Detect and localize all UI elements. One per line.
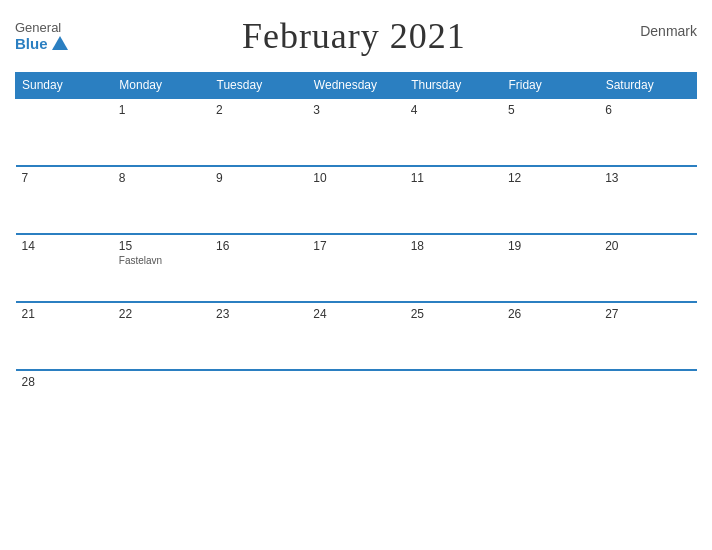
- calendar-title: February 2021: [242, 15, 466, 57]
- logo-general-text: General: [15, 20, 61, 35]
- week-row-2: 78910111213: [16, 166, 697, 234]
- days-of-week-row: Sunday Monday Tuesday Wednesday Thursday…: [16, 73, 697, 99]
- day-number: 21: [22, 307, 107, 321]
- week-row-3: 1415Fastelavn1617181920: [16, 234, 697, 302]
- table-cell: [502, 370, 599, 438]
- table-cell: 6: [599, 98, 696, 166]
- day-number: 4: [411, 103, 496, 117]
- table-cell: [599, 370, 696, 438]
- table-cell: 16: [210, 234, 307, 302]
- day-number: 20: [605, 239, 690, 253]
- day-number: 1: [119, 103, 204, 117]
- day-number: 11: [411, 171, 496, 185]
- day-number: 13: [605, 171, 690, 185]
- table-cell: 13: [599, 166, 696, 234]
- table-cell: [16, 98, 113, 166]
- logo-triangle-icon: [52, 36, 68, 50]
- day-number: 24: [313, 307, 398, 321]
- table-cell: 8: [113, 166, 210, 234]
- table-cell: 5: [502, 98, 599, 166]
- table-cell: 3: [307, 98, 404, 166]
- table-cell: 17: [307, 234, 404, 302]
- table-cell: 14: [16, 234, 113, 302]
- logo-blue-text: Blue: [15, 35, 48, 52]
- day-number: 15: [119, 239, 204, 253]
- calendar-container: General Blue February 2021 Denmark Sunda…: [0, 0, 712, 550]
- day-number: 23: [216, 307, 301, 321]
- table-cell: 22: [113, 302, 210, 370]
- table-cell: 20: [599, 234, 696, 302]
- table-cell: 25: [405, 302, 502, 370]
- day-number: 9: [216, 171, 301, 185]
- day-number: 18: [411, 239, 496, 253]
- day-number: 10: [313, 171, 398, 185]
- day-number: 19: [508, 239, 593, 253]
- day-number: 8: [119, 171, 204, 185]
- calendar-grid: Sunday Monday Tuesday Wednesday Thursday…: [15, 72, 697, 438]
- day-number: 26: [508, 307, 593, 321]
- table-cell: 18: [405, 234, 502, 302]
- header: General Blue February 2021 Denmark: [15, 10, 697, 62]
- table-cell: 24: [307, 302, 404, 370]
- table-cell: 2: [210, 98, 307, 166]
- day-number: 3: [313, 103, 398, 117]
- table-cell: [113, 370, 210, 438]
- table-cell: 12: [502, 166, 599, 234]
- day-number: 5: [508, 103, 593, 117]
- table-cell: 7: [16, 166, 113, 234]
- day-number: 6: [605, 103, 690, 117]
- table-cell: 19: [502, 234, 599, 302]
- col-wednesday: Wednesday: [307, 73, 404, 99]
- day-number: 27: [605, 307, 690, 321]
- day-number: 22: [119, 307, 204, 321]
- day-number: 2: [216, 103, 301, 117]
- week-row-5: 28: [16, 370, 697, 438]
- day-number: 12: [508, 171, 593, 185]
- day-number: 16: [216, 239, 301, 253]
- table-cell: 28: [16, 370, 113, 438]
- table-cell: [405, 370, 502, 438]
- week-row-1: 123456: [16, 98, 697, 166]
- holiday-name: Fastelavn: [119, 255, 204, 266]
- logo: General Blue: [15, 20, 68, 52]
- logo-blue: Blue: [15, 35, 68, 52]
- col-monday: Monday: [113, 73, 210, 99]
- table-cell: [307, 370, 404, 438]
- day-number: 14: [22, 239, 107, 253]
- table-cell: 4: [405, 98, 502, 166]
- country-label: Denmark: [640, 15, 697, 39]
- table-cell: [210, 370, 307, 438]
- col-tuesday: Tuesday: [210, 73, 307, 99]
- col-thursday: Thursday: [405, 73, 502, 99]
- day-number: 17: [313, 239, 398, 253]
- table-cell: 15Fastelavn: [113, 234, 210, 302]
- table-cell: 23: [210, 302, 307, 370]
- col-sunday: Sunday: [16, 73, 113, 99]
- col-saturday: Saturday: [599, 73, 696, 99]
- table-cell: 10: [307, 166, 404, 234]
- table-cell: 21: [16, 302, 113, 370]
- table-cell: 27: [599, 302, 696, 370]
- table-cell: 11: [405, 166, 502, 234]
- col-friday: Friday: [502, 73, 599, 99]
- table-cell: 9: [210, 166, 307, 234]
- day-number: 25: [411, 307, 496, 321]
- week-row-4: 21222324252627: [16, 302, 697, 370]
- day-number: 7: [22, 171, 107, 185]
- table-cell: 26: [502, 302, 599, 370]
- day-number: 28: [22, 375, 107, 389]
- table-cell: 1: [113, 98, 210, 166]
